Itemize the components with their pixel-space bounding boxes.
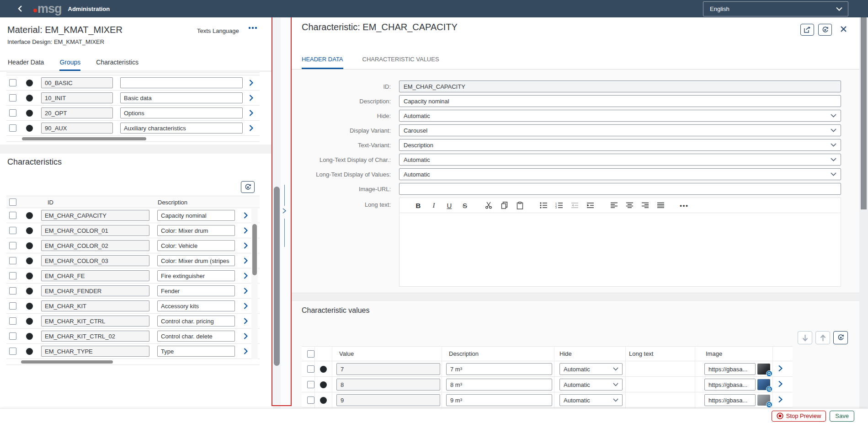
- characteristic-description-input[interactable]: [157, 300, 235, 311]
- row-navigate-icon[interactable]: [244, 227, 248, 234]
- more-tools-icon[interactable]: •••: [676, 199, 692, 211]
- row-navigate-icon[interactable]: [244, 288, 248, 294]
- row-checkbox[interactable]: [9, 317, 16, 325]
- row-checkbox[interactable]: [9, 257, 16, 264]
- value-image-thumbnail[interactable]: [757, 395, 770, 406]
- characteristics-hscrollbar[interactable]: [6, 359, 260, 365]
- splitter-expand-icon[interactable]: [282, 208, 287, 214]
- row-navigate-icon[interactable]: [244, 348, 248, 354]
- value-hide-select[interactable]: Automatic: [559, 379, 623, 391]
- value-hide-select[interactable]: Automatic: [559, 363, 623, 375]
- row-checkbox[interactable]: [9, 79, 16, 86]
- row-navigate-icon[interactable]: [244, 257, 248, 264]
- row-checkbox[interactable]: [9, 242, 16, 249]
- value-description-input[interactable]: [446, 363, 552, 375]
- panel-splitter[interactable]: [281, 17, 291, 408]
- italic-icon[interactable]: I: [426, 199, 442, 211]
- longtext-char-select[interactable]: Automatic: [399, 154, 841, 166]
- value-description-input[interactable]: [446, 394, 552, 406]
- row-checkbox[interactable]: [9, 332, 16, 340]
- tab-characteristics[interactable]: Characteristics: [96, 55, 138, 71]
- characteristic-id-input[interactable]: [41, 316, 149, 327]
- align-left-icon[interactable]: [606, 199, 622, 211]
- reset-button[interactable]: [818, 24, 832, 36]
- groups-hscrollbar[interactable]: [6, 136, 260, 142]
- group-description-input[interactable]: [120, 123, 243, 134]
- characteristic-description-input[interactable]: [157, 225, 235, 236]
- copy-icon[interactable]: [496, 199, 512, 211]
- tab-header-data-detail[interactable]: HEADER DATA: [302, 56, 343, 69]
- row-navigate-icon[interactable]: [249, 95, 253, 101]
- move-up-button[interactable]: [815, 331, 830, 344]
- paste-icon[interactable]: [512, 199, 527, 211]
- save-button[interactable]: Save: [830, 411, 854, 422]
- value-input[interactable]: [336, 379, 440, 391]
- characteristic-id-input[interactable]: [41, 300, 149, 311]
- characteristics-vscrollbar[interactable]: [251, 209, 258, 359]
- row-checkbox[interactable]: [307, 381, 314, 388]
- group-id-input[interactable]: [41, 123, 113, 134]
- row-checkbox[interactable]: [9, 348, 16, 355]
- group-description-input[interactable]: [120, 92, 243, 103]
- characteristic-description-input[interactable]: [157, 240, 235, 251]
- group-description-input[interactable]: [120, 107, 243, 118]
- row-checkbox[interactable]: [9, 227, 16, 234]
- row-navigate-icon[interactable]: [249, 80, 253, 86]
- row-navigate-icon[interactable]: [249, 125, 253, 131]
- underline-icon[interactable]: U: [442, 199, 457, 211]
- close-icon[interactable]: [840, 26, 847, 32]
- group-description-input[interactable]: [120, 77, 243, 88]
- left-panel-vscrollbar-thumb[interactable]: [274, 187, 280, 366]
- zoom-image-icon[interactable]: [766, 402, 772, 408]
- reset-characteristics-button[interactable]: [241, 181, 255, 193]
- tab-header-data[interactable]: Header Data: [8, 55, 44, 71]
- row-navigate-icon[interactable]: [778, 365, 783, 372]
- row-navigate-icon[interactable]: [249, 110, 253, 116]
- row-checkbox[interactable]: [9, 287, 16, 294]
- image-url-field[interactable]: [399, 183, 841, 195]
- bold-icon[interactable]: B: [410, 199, 426, 211]
- row-checkbox[interactable]: [9, 272, 16, 279]
- tab-characteristic-values[interactable]: CHARACTERISTIC VALUES: [362, 56, 439, 69]
- value-image-thumbnail[interactable]: [757, 379, 770, 390]
- zoom-image-icon[interactable]: [766, 386, 772, 392]
- description-field[interactable]: [399, 95, 841, 107]
- characteristic-id-input[interactable]: [41, 331, 149, 342]
- id-field[interactable]: [399, 80, 841, 92]
- text-variant-select[interactable]: Description: [399, 139, 841, 151]
- group-id-input[interactable]: [41, 107, 113, 118]
- page-vscrollbar[interactable]: [859, 17, 868, 408]
- characteristic-id-input[interactable]: [41, 225, 149, 236]
- value-input[interactable]: [336, 363, 440, 375]
- row-navigate-icon[interactable]: [244, 242, 248, 249]
- groups-hscrollbar-thumb[interactable]: [22, 137, 146, 140]
- row-navigate-icon[interactable]: [244, 273, 248, 279]
- row-checkbox[interactable]: [9, 302, 16, 310]
- select-all-checkbox[interactable]: [9, 198, 16, 206]
- move-down-button[interactable]: [798, 331, 812, 344]
- characteristic-description-input[interactable]: [157, 270, 235, 281]
- characteristics-hscrollbar-thumb[interactable]: [21, 360, 113, 364]
- left-panel-vscrollbar[interactable]: [273, 17, 281, 408]
- row-navigate-icon[interactable]: [778, 396, 783, 403]
- row-navigate-icon[interactable]: [244, 318, 248, 324]
- group-id-input[interactable]: [41, 77, 113, 88]
- reset-values-button[interactable]: [833, 331, 848, 344]
- characteristic-id-input[interactable]: [41, 270, 149, 281]
- align-right-icon[interactable]: [637, 199, 653, 211]
- bullet-list-icon[interactable]: [536, 199, 551, 211]
- characteristic-description-input[interactable]: [157, 316, 235, 327]
- language-select[interactable]: English: [703, 1, 848, 16]
- characteristic-id-input[interactable]: [41, 285, 149, 296]
- characteristic-id-input[interactable]: [41, 210, 149, 221]
- cut-icon[interactable]: [481, 199, 496, 211]
- characteristic-description-input[interactable]: [157, 331, 235, 342]
- value-image-url-input[interactable]: [704, 379, 756, 391]
- characteristic-id-input[interactable]: [41, 240, 149, 251]
- hide-select[interactable]: Automatic: [399, 110, 841, 122]
- value-image-url-input[interactable]: [704, 363, 756, 375]
- value-input[interactable]: [336, 394, 440, 406]
- value-image-thumbnail[interactable]: [757, 364, 770, 375]
- value-description-input[interactable]: [446, 379, 552, 391]
- display-variant-select[interactable]: Carousel: [399, 124, 841, 136]
